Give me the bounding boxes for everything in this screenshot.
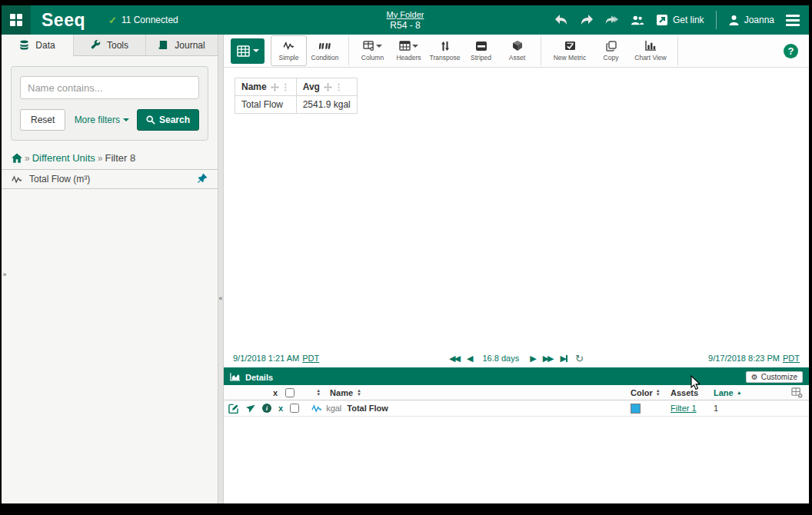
step-forward-half-button[interactable]: ▶ (530, 354, 534, 364)
step-back-half-button[interactable]: ◀ (467, 354, 471, 364)
sort-icon[interactable]: ▲▼ (316, 389, 321, 397)
signal-name: Total Flow (m³) (29, 174, 90, 184)
color-column-header[interactable]: Color ▲▼ (631, 388, 671, 397)
worksheet-toolbar: Simple Condition Column (224, 35, 809, 68)
simple-signal-icon (283, 42, 295, 50)
asset-link[interactable]: Filter 1 (671, 404, 697, 413)
time-navigation: ◀◀ ◀ 16.8 days ▶ ▶▶ ▶ ↻ (449, 353, 584, 364)
range-end[interactable]: 9/17/2018 8:23 PM PDT (584, 354, 800, 363)
navigate-to-signal-button[interactable] (245, 404, 255, 414)
signal-unit: kgal (326, 404, 341, 413)
search-button-label: Search (159, 115, 190, 125)
worksheet-content: Name ⋮ Avg (224, 68, 809, 349)
toolbar-simple-button[interactable]: Simple (271, 35, 307, 66)
toolbar-condition-button[interactable]: Condition (307, 35, 343, 66)
range-end-timezone-link[interactable]: PDT (783, 354, 800, 363)
toolbar-simple-label: Simple (279, 54, 299, 61)
edit-signal-button[interactable] (228, 404, 238, 414)
toolbar-column-button[interactable]: Column (354, 35, 391, 66)
toolbar-divider (348, 36, 349, 65)
column-menu-icon[interactable]: ⋮ (334, 83, 343, 91)
column-menu-icon[interactable]: ⋮ (281, 83, 290, 91)
customize-button[interactable]: ⚙ Customize (746, 371, 803, 383)
headers-icon (399, 41, 411, 51)
sort-ascending-icon: ▲ (737, 390, 742, 395)
auto-update-button[interactable]: ↻ (575, 353, 584, 364)
signal-row-checkbox[interactable] (290, 404, 299, 413)
signal-info-button[interactable]: i (262, 404, 271, 413)
remove-all-button[interactable]: x (273, 388, 278, 397)
user-menu[interactable]: Joanna (728, 15, 774, 26)
reset-button[interactable]: Reset (20, 109, 65, 131)
move-column-icon[interactable] (271, 83, 279, 91)
collapse-sidebar-handle[interactable]: « (218, 294, 223, 302)
users-icon (631, 15, 644, 26)
copy-icon (606, 41, 617, 52)
toolbar-headers-button[interactable]: Headers (391, 35, 427, 66)
sort-icon[interactable]: ▲▼ (357, 389, 361, 397)
range-start[interactable]: 9/1/2018 1:21 AM PDT (233, 354, 449, 363)
sidebar-splitter[interactable]: « (218, 35, 224, 503)
toolbar-asset-button[interactable]: Asset (499, 35, 535, 66)
assets-column-header[interactable]: Assets (671, 388, 714, 397)
apps-menu-button[interactable] (2, 5, 31, 35)
details-signal-row[interactable]: i x kgal Total Flow Filter 1 (224, 400, 809, 417)
range-start-timezone-link[interactable]: PDT (302, 354, 319, 363)
collaborators-button[interactable] (631, 13, 644, 27)
toolbar-striped-button[interactable]: Striped (463, 35, 499, 66)
signal-waveform-icon (12, 175, 22, 184)
color-swatch[interactable] (631, 404, 641, 414)
details-panel-title: Details (245, 373, 273, 382)
toolbar-new-metric-button[interactable]: New Metric (547, 35, 593, 66)
view-selector-button[interactable] (231, 38, 265, 64)
expand-left-panel-handle[interactable]: » (2, 271, 8, 278)
step-to-now-button[interactable]: ▶ (561, 354, 567, 364)
hamburger-menu-button[interactable] (786, 15, 800, 26)
step-back-full-button[interactable]: ◀◀ (449, 354, 459, 364)
table-header-name[interactable]: Name ⋮ (235, 78, 297, 96)
search-button[interactable]: Search (137, 109, 199, 131)
table-header-avg[interactable]: Avg ⋮ (296, 78, 357, 96)
pin-icon[interactable] (198, 173, 208, 185)
striped-icon (476, 42, 487, 51)
select-all-checkbox[interactable] (285, 388, 295, 397)
move-column-icon[interactable] (324, 83, 332, 91)
tab-tools[interactable]: Tools (73, 35, 145, 56)
help-button[interactable]: ? (784, 44, 798, 58)
user-name: Joanna (744, 15, 774, 25)
tab-journal[interactable]: Journal (145, 35, 218, 56)
share-forward-button[interactable] (605, 13, 619, 27)
breadcrumb-link-different-units[interactable]: Different Units (32, 152, 95, 164)
chart-view-icon (645, 41, 657, 51)
lane-column-header[interactable]: Lane ▲ (714, 388, 749, 397)
tab-data[interactable]: Data (2, 35, 73, 56)
remove-signal-button[interactable]: x (278, 404, 283, 413)
toolbar-transpose-button[interactable]: Transpose (427, 35, 463, 66)
toolbar-chart-view-button[interactable]: Chart View (629, 35, 672, 66)
toolbar-striped-label: Striped (471, 54, 491, 61)
details-right-columns: Color ▲▼ Assets Lane ▲ (631, 387, 809, 398)
gears-icon: ⚙ (751, 373, 758, 381)
home-breadcrumb-button[interactable] (12, 153, 22, 163)
toolbar-copy-button[interactable]: Copy (593, 35, 629, 66)
range-end-value[interactable]: 9/17/2018 8:23 PM (708, 354, 780, 363)
name-column-header[interactable]: Name (330, 388, 353, 397)
signal-row-name: Total Flow (347, 404, 388, 413)
add-column-button[interactable] (749, 387, 803, 398)
sort-icon[interactable]: ▲▼ (656, 389, 661, 397)
signal-list-item[interactable]: Total Flow (m³) (2, 170, 218, 189)
folder-breadcrumb-link[interactable]: My Folder (387, 10, 424, 19)
step-forward-full-button[interactable]: ▶▶ (543, 354, 553, 364)
connection-status: ✓ 11 Connected (108, 15, 178, 26)
undo-button[interactable] (554, 13, 568, 27)
more-filters-label: More filters (75, 115, 120, 125)
redo-button[interactable] (580, 13, 594, 27)
table-row[interactable]: Total Flow 2541.9 kgal (235, 96, 358, 114)
more-filters-link[interactable]: More filters (75, 115, 129, 125)
range-start-value[interactable]: 9/1/2018 1:21 AM (233, 354, 299, 363)
signal-color-cell[interactable] (631, 404, 671, 414)
search-input[interactable] (20, 76, 199, 99)
get-link-button[interactable]: Get link (656, 14, 704, 26)
duration-label[interactable]: 16.8 days (482, 354, 519, 363)
table-view-icon (237, 45, 250, 57)
